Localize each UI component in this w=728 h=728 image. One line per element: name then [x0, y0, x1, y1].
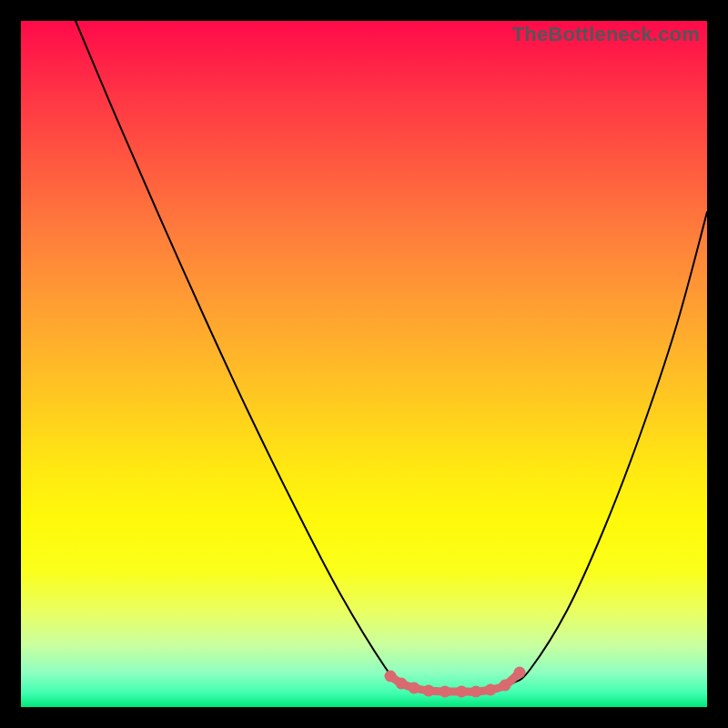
highlight-dot: [396, 678, 408, 690]
highlight-dot: [470, 686, 482, 698]
chart-frame: TheBottleneck.com: [0, 0, 728, 728]
highlight-dot: [440, 686, 451, 698]
highlight-dot: [423, 685, 435, 697]
highlight-dot: [500, 680, 511, 692]
highlight-dot: [456, 686, 468, 698]
highlight-dot: [409, 682, 420, 694]
highlight-dot: [485, 684, 497, 696]
plot-area: TheBottleneck.com: [21, 21, 707, 707]
highlight-dot: [385, 671, 397, 682]
highlight-dot: [514, 667, 526, 679]
curve-svg: [21, 21, 707, 707]
bottleneck-curve: [76, 21, 707, 691]
